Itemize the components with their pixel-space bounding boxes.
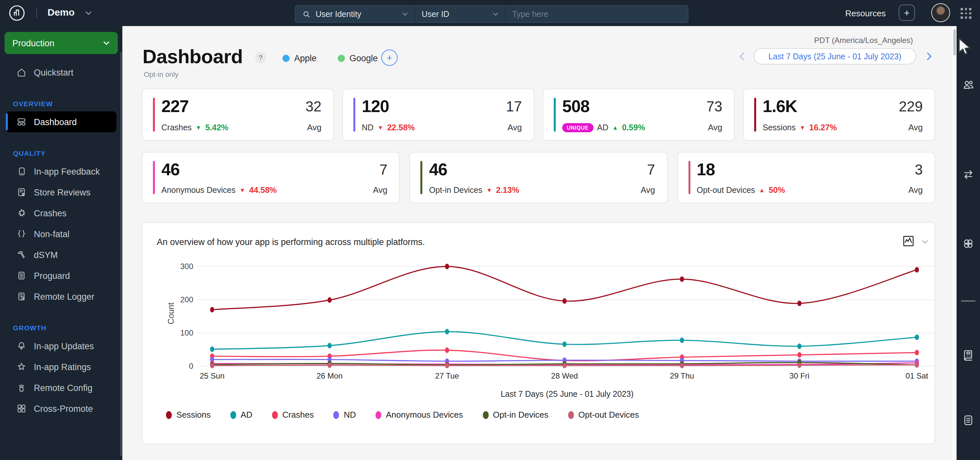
date-next-button[interactable] — [927, 52, 932, 61]
sidebar: Production QuickstartOVERVIEWDashboardQU… — [0, 26, 123, 460]
sidebar-item-in-app-ratings[interactable]: In-app Ratings — [6, 356, 116, 377]
platform-filter-apple[interactable]: Apple — [282, 53, 317, 63]
card-avg-value: 229 — [899, 98, 923, 115]
card-accent-bar — [353, 98, 355, 132]
sidebar-item-cross-promote[interactable]: Cross-Promote — [6, 398, 116, 419]
page-scrollbar-thumb[interactable] — [953, 29, 956, 55]
delta-down-triangle-icon: ▼ — [487, 187, 492, 193]
card-label: Sessions — [763, 123, 795, 132]
x-tick-26-mon: 26 Mon — [309, 371, 350, 380]
legend-item-opt-out-devices[interactable]: Opt-out Devices — [568, 410, 639, 420]
remote-logger-icon — [16, 291, 27, 302]
card-avg-label: Avg — [508, 123, 522, 132]
app-logo-icon[interactable] — [8, 5, 25, 21]
clover-icon[interactable] — [962, 237, 975, 250]
card-avg-value: 7 — [647, 161, 655, 179]
card-accent-bar — [153, 161, 155, 194]
card-label: Opt-in Devices — [429, 186, 482, 195]
legend-item-ad[interactable]: AD — [231, 410, 253, 420]
sidebar-item-label: In-app Updates — [34, 341, 94, 351]
chart-caption: Last 7 Days (25 June - 01 July 2023) — [200, 390, 934, 399]
search-scope-dropdown[interactable]: User Identity — [296, 6, 415, 22]
stat-card-opt-in-devices[interactable]: 467Opt-in Devices▼2.13%Avg — [410, 152, 668, 203]
sidebar-item-in-app-updates[interactable]: In-app Updates — [6, 335, 116, 356]
avatar[interactable] — [931, 3, 950, 22]
card-value: 120 — [362, 96, 389, 117]
sidebar-item-label: In-app Ratings — [34, 362, 91, 372]
app-grid-icon[interactable] — [961, 8, 972, 19]
search-input[interactable]: Type here — [505, 6, 688, 22]
card-accent-bar — [153, 98, 155, 132]
x-tick-25-sun: 25 Sun — [191, 371, 233, 380]
card-accent-bar — [421, 161, 423, 194]
users-icon[interactable] — [962, 78, 975, 91]
rail-divider — [961, 300, 975, 301]
legend-item-anonymous-devices[interactable]: Anonymous Devices — [375, 410, 463, 420]
y-tick-100: 100 — [167, 328, 193, 337]
create-new-button[interactable]: + — [899, 5, 915, 21]
environment-selector[interactable]: Production — [5, 32, 118, 54]
overview-chart-card: An overview of how your app is performin… — [142, 222, 935, 444]
date-prev-button[interactable] — [739, 52, 745, 61]
stat-card-opt-out-devices[interactable]: 183Opt-out Devices▲50%Avg — [677, 152, 935, 203]
x-tick-29-thu: 29 Thu — [661, 371, 703, 380]
resources-link[interactable]: Resources — [845, 8, 886, 18]
y-tick-300: 300 — [167, 262, 193, 271]
mouse-cursor — [958, 38, 975, 58]
date-range-selector[interactable]: Last 7 Days (25 June - 01 July 2023) — [754, 48, 916, 64]
document-icon[interactable] — [962, 414, 975, 427]
legend-item-nd[interactable]: ND — [333, 410, 356, 420]
x-tick-28-wed: 28 Wed — [544, 371, 585, 380]
stat-card-nd[interactable]: 12017ND▼22.58%Avg — [342, 89, 534, 141]
sidebar-item-quickstart[interactable]: Quickstart — [6, 62, 116, 83]
app-root: Demo User Identity User ID — [0, 0, 980, 460]
card-avg-label: Avg — [908, 185, 923, 195]
sidebar-item-dsym[interactable]: dSYM — [6, 244, 116, 265]
legend-dot-icon — [333, 411, 339, 418]
feedback-icon — [16, 166, 27, 177]
sidebar-item-non-fatal[interactable]: Non-fatal — [6, 224, 116, 244]
legend-item-opt-in-devices[interactable]: Opt-in Devices — [482, 410, 549, 420]
card-delta: 5.42% — [205, 123, 228, 132]
legend-item-sessions[interactable]: Sessions — [166, 410, 211, 420]
chevron-down-icon — [103, 41, 110, 45]
platform-filter-google[interactable]: Google — [338, 53, 378, 63]
card-delta: 16.27% — [809, 123, 837, 132]
sidebar-item-label: Non-fatal — [34, 229, 70, 239]
help-icon[interactable]: ? — [255, 52, 266, 63]
add-platform-button[interactable]: + — [381, 50, 398, 66]
swap-arrows-icon[interactable] — [962, 168, 975, 181]
sidebar-item-remote-config[interactable]: Remote Config — [6, 377, 116, 398]
sidebar-item-proguard[interactable]: Proguard — [6, 265, 116, 286]
stat-card-ad[interactable]: 50873UNIQUEAD▲0.59%Avg — [543, 89, 735, 141]
platform-dot-icon — [282, 55, 290, 62]
search-scope-value: User Identity — [316, 10, 361, 19]
sidebar-item-label: In-app Feedback — [34, 166, 100, 176]
sidebar-scrollbar[interactable] — [120, 52, 122, 456]
card-value: 46 — [161, 160, 180, 180]
glossary-book-icon[interactable]: A-Z — [962, 348, 975, 362]
sidebar-item-crashes[interactable]: Crashes — [6, 203, 116, 224]
legend-item-crashes[interactable]: Crashes — [272, 410, 314, 420]
search-field-value: User ID — [422, 10, 449, 19]
sidebar-section-overview: OVERVIEW — [13, 100, 123, 107]
search-field-dropdown[interactable]: User ID — [415, 6, 505, 22]
stat-card-sessions[interactable]: 1.6K229Sessions▼16.27%Avg — [743, 89, 935, 141]
store-reviews-icon — [16, 187, 27, 197]
card-accent-bar — [754, 98, 756, 132]
sidebar-item-remote-logger[interactable]: Remote Logger — [6, 286, 116, 307]
card-delta: 22.58% — [387, 123, 415, 132]
timezone-label: PDT (America/Los_Angeles) — [814, 36, 913, 45]
page-scrollbar-track[interactable] — [952, 26, 956, 460]
sidebar-item-store-reviews[interactable]: Store Reviews — [6, 182, 116, 203]
sidebar-item-dashboard[interactable]: Dashboard — [6, 112, 116, 132]
chevron-down-icon — [493, 12, 498, 16]
card-accent-bar — [688, 161, 690, 194]
stat-card-anonymous-devices[interactable]: 467Anonymous Devices▼44.58%Avg — [142, 152, 400, 203]
chevron-down-icon[interactable] — [85, 11, 92, 16]
home-icon — [16, 67, 27, 78]
stat-card-crashes[interactable]: 22732Crashes▼5.42%Avg — [142, 89, 334, 141]
product-switcher[interactable]: Demo — [48, 6, 75, 18]
cross-promote-icon — [16, 403, 27, 414]
sidebar-item-in-app-feedback[interactable]: In-app Feedback — [6, 161, 116, 182]
